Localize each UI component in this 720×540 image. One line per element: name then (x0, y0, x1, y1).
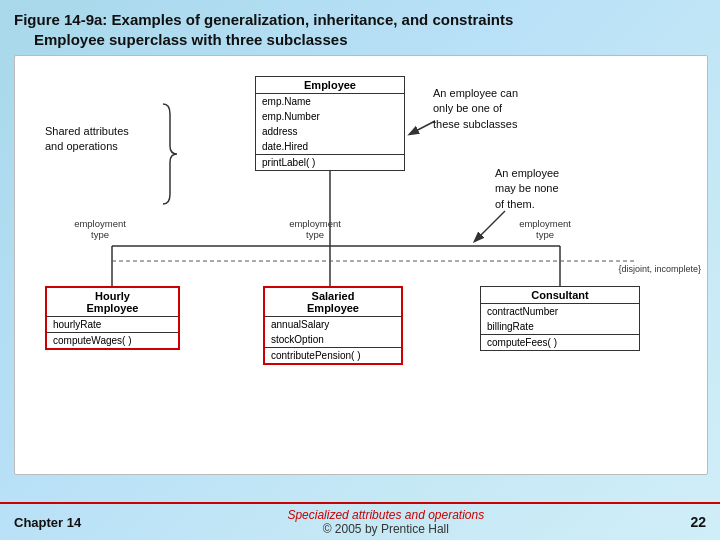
may-be-none-line1: An employee (495, 167, 559, 179)
emp-type-left: employmenttype (70, 218, 130, 240)
consultant-method-fees: computeFees( ) (481, 334, 639, 350)
consultant-uml-box: Consultant contractNumber billingRate co… (480, 286, 640, 351)
consultant-attr-contract: contractNumber (481, 304, 639, 319)
chapter-label: Chapter 14 (14, 515, 81, 530)
employee-uml-box: Employee emp.Name emp.Number address dat… (255, 76, 405, 171)
title-line1: Figure 14-9a: Examples of generalization… (14, 10, 706, 30)
salaried-uml-box: SalariedEmployee annualSalary stockOptio… (263, 286, 403, 365)
can-only-line3: these subclasses (433, 118, 517, 130)
page-number: 22 (690, 514, 706, 530)
annotation-may-be-none: An employee may be none of them. (495, 166, 559, 212)
hourly-method-wages: computeWages( ) (47, 332, 178, 348)
specialized-label: Specialized attributes and operations (287, 508, 484, 522)
salaried-attr-stock: stockOption (265, 332, 401, 347)
disjoint-label: {disjoint, incomplete} (618, 264, 701, 274)
employee-attr-name: emp.Name (256, 94, 404, 109)
employee-method-printlabel: printLabel( ) (256, 154, 404, 170)
may-be-none-line3: of them. (495, 198, 535, 210)
employee-attr-address: address (256, 124, 404, 139)
hourly-attr-rate: hourlyRate (47, 317, 178, 332)
annotation-can-only-be: An employee can only be one of these sub… (433, 86, 518, 132)
bottom-center: Specialized attributes and operations © … (287, 508, 484, 536)
may-be-none-line2: may be none (495, 182, 559, 194)
employee-title: Employee (256, 77, 404, 94)
consultant-attr-billing: billingRate (481, 319, 639, 334)
shared-attributes-label: Shared attributes and operations (45, 124, 129, 155)
shared-label2: and operations (45, 140, 118, 152)
consultant-title: Consultant (481, 287, 639, 304)
salaried-attr-salary: annualSalary (265, 317, 401, 332)
title-line2: Employee superclass with three subclasse… (14, 30, 706, 50)
bottom-bar: Chapter 14 Specialized attributes and op… (0, 502, 720, 540)
copyright-label: © 2005 by Prentice Hall (287, 522, 484, 536)
can-only-line1: An employee can (433, 87, 518, 99)
emp-type-center: employmenttype (285, 218, 345, 240)
employee-attr-number: emp.Number (256, 109, 404, 124)
salaried-method-pension: contributePension( ) (265, 347, 401, 363)
shared-label1: Shared attributes (45, 125, 129, 137)
title-area: Figure 14-9a: Examples of generalization… (14, 10, 706, 49)
can-only-line2: only be one of (433, 102, 502, 114)
emp-type-right: employmenttype (515, 218, 575, 240)
diagram-area: Employee emp.Name emp.Number address dat… (14, 55, 708, 475)
hourly-uml-box: HourlyEmployee hourlyRate computeWages( … (45, 286, 180, 350)
slide-container: Figure 14-9a: Examples of generalization… (0, 0, 720, 540)
employee-attr-datehired: date.Hired (256, 139, 404, 154)
hourly-title: HourlyEmployee (47, 288, 178, 317)
salaried-title: SalariedEmployee (265, 288, 401, 317)
